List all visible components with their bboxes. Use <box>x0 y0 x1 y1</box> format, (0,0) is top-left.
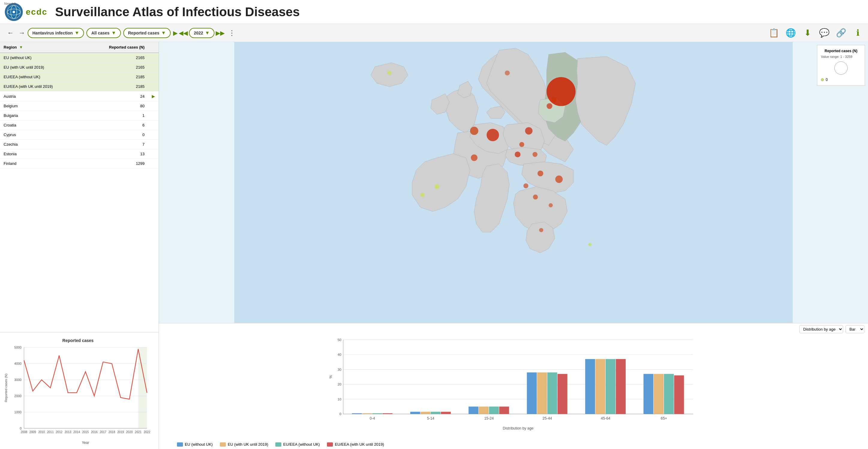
legend-eea-no-uk: EU/EEA (without UK) <box>275 442 320 447</box>
bar[interactable] <box>527 372 537 414</box>
svg-text:2012: 2012 <box>56 430 63 434</box>
row-expand <box>148 72 159 82</box>
svg-text:1000: 1000 <box>14 410 22 414</box>
share-icon[interactable]: 🔗 <box>836 28 846 38</box>
bar[interactable] <box>558 374 567 414</box>
line-chart-area: Reported cases01000200030004000500020082… <box>0 332 159 449</box>
reported-dropdown[interactable]: Reported cases ▼ <box>123 28 170 38</box>
bar[interactable] <box>595 359 605 414</box>
bar[interactable] <box>606 359 616 414</box>
table-row[interactable]: EU (with UK until 2019)2165 <box>0 63 159 72</box>
table-row[interactable]: Bulgaria1 <box>0 111 159 121</box>
svg-text:50: 50 <box>337 338 341 342</box>
copy-icon[interactable]: 📋 <box>768 28 779 38</box>
region-cell: Finland <box>0 159 84 168</box>
chat-icon[interactable]: 💬 <box>819 28 830 38</box>
cases-dropdown[interactable]: All cases ▼ <box>86 28 121 38</box>
svg-text:2014: 2014 <box>73 430 81 434</box>
bar[interactable] <box>537 372 547 414</box>
table-row[interactable]: Croatia6 <box>0 121 159 130</box>
dist-header: Distribution by age Bar Line <box>159 323 868 335</box>
bar[interactable] <box>362 413 372 414</box>
svg-text:25-44: 25-44 <box>542 416 552 420</box>
more-button[interactable]: ⋮ <box>228 29 236 37</box>
line-chart: Reported cases01000200030004000500020082… <box>3 335 153 446</box>
poland-dot <box>525 127 533 135</box>
region-cell: Bulgaria <box>0 111 84 121</box>
bar[interactable] <box>664 374 674 414</box>
col-region: Region ▼ <box>0 42 84 53</box>
region-cell: Estonia <box>0 149 84 159</box>
svg-text:30: 30 <box>337 368 341 372</box>
dist-type-select[interactable]: Distribution by age <box>799 325 843 333</box>
bar[interactable] <box>585 359 595 414</box>
bar[interactable] <box>421 412 430 414</box>
table-row[interactable]: Estonia13 <box>0 149 159 159</box>
globe-icon[interactable]: 🌐 <box>785 28 796 38</box>
fastfwd-btn[interactable]: ▶▶ <box>216 29 225 37</box>
row-expand <box>148 111 159 121</box>
svg-text:2010: 2010 <box>38 430 45 434</box>
download-icon[interactable]: ⬇ <box>802 28 813 38</box>
bar[interactable] <box>410 412 420 414</box>
chart-type-select[interactable]: Bar Line <box>845 325 864 333</box>
year-dropdown[interactable]: 2022 ▼ <box>189 28 214 38</box>
bar[interactable] <box>431 412 441 414</box>
svg-text:2008: 2008 <box>21 430 28 434</box>
bar[interactable] <box>468 407 478 414</box>
region-cell: Croatia <box>0 121 84 130</box>
bar[interactable] <box>499 407 509 414</box>
bar[interactable] <box>372 413 382 414</box>
bar[interactable] <box>489 407 499 414</box>
svg-text:45-64: 45-64 <box>601 416 610 420</box>
toolbar-right: 📋 🌐 ⬇ 💬 🔗 ℹ <box>768 28 863 38</box>
table-row[interactable]: Finland1299 <box>0 159 159 168</box>
table-row[interactable]: EU/EEA (without UK)2185 <box>0 72 159 82</box>
svg-text:10: 10 <box>337 397 341 401</box>
bar[interactable] <box>352 413 362 414</box>
cases-cell: 2185 <box>84 72 148 82</box>
col-cases: Reported cases (N) <box>84 42 148 53</box>
iceland-dot <box>387 71 392 75</box>
region-cell: Cyprus <box>0 130 84 140</box>
legend-label-eu-with-uk: EU (with UK until 2019) <box>228 442 268 447</box>
legend-zero-dot <box>821 78 824 81</box>
rewind-btn[interactable]: ◀◀ <box>179 29 188 37</box>
back-button[interactable]: ← <box>5 28 16 38</box>
svg-text:Distribution by age: Distribution by age <box>503 426 534 430</box>
table-row[interactable]: Belgium80 <box>0 101 159 111</box>
svg-text:3000: 3000 <box>14 378 22 382</box>
bar[interactable] <box>382 413 392 414</box>
region-cell: EU (without UK) <box>0 53 84 63</box>
bar[interactable] <box>479 407 489 414</box>
region-cell: Austria <box>0 91 84 101</box>
table-row[interactable]: EU/EEA (with UK until 2019)2185 <box>0 82 159 91</box>
bar[interactable] <box>654 374 663 414</box>
reported-arrow: ▼ <box>161 30 166 36</box>
croatia-dot <box>523 184 528 189</box>
table-row[interactable]: Czechia7 <box>0 140 159 149</box>
table-row[interactable]: Cyprus0 <box>0 130 159 140</box>
table-container: Region ▼ Reported cases (N) EU (without … <box>0 42 159 332</box>
table-row[interactable]: Austria24▶ <box>0 91 159 101</box>
legend-title: Reported cases (N) <box>821 49 861 53</box>
ecdc-text: ecdc <box>26 7 48 17</box>
bar[interactable] <box>643 374 653 414</box>
hungary-dot <box>537 170 543 176</box>
svg-text:2000: 2000 <box>14 394 22 398</box>
disease-dropdown[interactable]: Hantavirus infection ▼ <box>28 28 84 38</box>
svg-text:20: 20 <box>337 382 341 386</box>
table-row[interactable]: EU (without UK)2165 <box>0 53 159 63</box>
forward-button[interactable]: → <box>16 28 28 38</box>
region-cell: Belgium <box>0 101 84 111</box>
row-expand <box>148 130 159 140</box>
sort-icon[interactable]: ▼ <box>19 45 23 50</box>
bar[interactable] <box>616 359 626 414</box>
play-btn[interactable]: ▶ <box>173 29 178 37</box>
region-cell: Czechia <box>0 140 84 149</box>
bar[interactable] <box>674 375 684 414</box>
info-icon[interactable]: ℹ <box>852 28 863 38</box>
bar[interactable] <box>441 412 451 414</box>
svg-text:Year: Year <box>82 441 89 445</box>
bar[interactable] <box>547 372 557 414</box>
